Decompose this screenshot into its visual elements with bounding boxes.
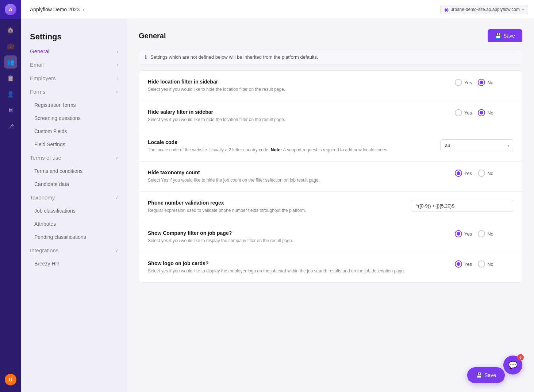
settings-card: Hide location filter in sidebar Select y… xyxy=(139,70,522,283)
sidebar-item-job-classifications[interactable]: Job classifications xyxy=(21,204,127,217)
radio-label-taxonomy-no: No xyxy=(487,171,493,176)
nav-branch[interactable]: ⎇ xyxy=(4,120,17,133)
radio-label-salary-no: No xyxy=(487,110,493,116)
page-title-area: Settings xyxy=(21,26,127,44)
setting-row-hide-location: Hide location filter in sidebar Select y… xyxy=(139,71,522,101)
setting-right-show-logo: Yes No xyxy=(455,260,513,268)
sidebar-forms-label: Forms xyxy=(30,89,46,95)
sidebar-item-terms-of-use[interactable]: Terms of use ∨ xyxy=(21,151,127,164)
setting-row-show-logo: Show logo on job cards? Select yes if yo… xyxy=(139,252,522,282)
radio-group-show-logo: Yes No xyxy=(455,260,493,268)
sidebar-item-general[interactable]: General › xyxy=(21,44,127,58)
main-content: General 💾 Save ℹ Settings which are not … xyxy=(127,19,534,392)
radio-circle-company-no xyxy=(478,230,485,237)
sidebar-item-employers[interactable]: Employers › xyxy=(21,71,127,85)
page-title: Settings xyxy=(30,32,118,42)
setting-row-locale: Locale code The locale code of the websi… xyxy=(139,131,522,162)
radio-taxonomy-no[interactable]: No xyxy=(478,170,493,177)
setting-right-locale: au en us uk ▾ xyxy=(440,139,513,151)
sidebar-item-candidate-data[interactable]: Candidate data xyxy=(21,178,127,191)
setting-desc-locale: The locale code of the website. Usually … xyxy=(148,147,426,153)
setting-desc-hide-location: Select yes if you would like to hide the… xyxy=(148,86,440,93)
site-badge[interactable]: ◉ urbane-demo-site.ap.applyflow.com ▾ xyxy=(440,5,528,14)
sidebar-terms-chevron: ∨ xyxy=(115,155,118,160)
avatar[interactable]: U xyxy=(5,374,16,385)
nav-monitor[interactable]: 🖥 xyxy=(4,104,17,117)
radio-circle-yes xyxy=(455,79,462,86)
sidebar-item-attributes[interactable]: Attributes xyxy=(21,217,127,230)
sidebar-item-breezy-hr[interactable]: Breezy HR xyxy=(21,257,127,270)
setting-desc-company-filter: Select yes if you would like to display … xyxy=(148,237,440,244)
layout: Settings General › Email › Employers › F… xyxy=(21,19,534,392)
sidebar-terms-label: Terms of use xyxy=(30,155,61,161)
radio-group-taxonomy-count: Yes No xyxy=(455,170,493,177)
setting-row-phone-regex: Phone number validation regex Regular ex… xyxy=(139,192,522,222)
phone-regex-input[interactable] xyxy=(411,200,513,212)
radio-company-yes[interactable]: Yes xyxy=(455,230,472,237)
sidebar-item-terms-and-conditions[interactable]: Terms and conditions xyxy=(21,164,127,178)
setting-left-hide-salary: Hide salary filter in sidebar Select yes… xyxy=(148,109,455,123)
topbar-right: ◉ urbane-demo-site.ap.applyflow.com ▾ xyxy=(440,5,528,14)
radio-label-logo-yes: Yes xyxy=(464,261,472,267)
save-button-bottom[interactable]: 💾 Save xyxy=(467,367,505,383)
nav-calendar[interactable]: 📋 xyxy=(4,71,17,85)
sidebar-item-custom-fields[interactable]: Custom Fields xyxy=(21,125,127,138)
nav-home[interactable]: 🏠 xyxy=(4,23,17,36)
section-header-row: General 💾 Save xyxy=(139,29,522,42)
sidebar-item-taxonomy[interactable]: Taxonomy ∨ xyxy=(21,191,127,204)
setting-row-hide-salary: Hide salary filter in sidebar Select yes… xyxy=(139,101,522,131)
sidebar-item-pending-classifications[interactable]: Pending classifications xyxy=(21,230,127,244)
sidebar-general-label: General xyxy=(30,48,49,54)
sidebar-taxonomy-chevron: ∨ xyxy=(115,195,118,200)
sidebar-integrations-chevron: ∨ xyxy=(115,248,118,253)
radio-company-no[interactable]: No xyxy=(478,230,493,237)
app-title[interactable]: Applyflow Demo 2023 xyxy=(30,7,80,12)
sidebar-item-email[interactable]: Email › xyxy=(21,58,127,71)
radio-label-salary-yes: Yes xyxy=(464,110,472,116)
sidebar-employers-chevron: › xyxy=(117,76,118,81)
save-button-top[interactable]: 💾 Save xyxy=(488,29,522,42)
radio-circle-no xyxy=(478,79,485,86)
radio-label-no: No xyxy=(487,80,493,85)
setting-label-taxonomy-count: Hide taxonomy count xyxy=(148,170,440,175)
section-title: General xyxy=(139,32,166,40)
nav-users[interactable]: 👥 xyxy=(4,55,17,69)
save-icon-top: 💾 xyxy=(495,33,501,39)
sidebar-item-field-settings[interactable]: Field Settings xyxy=(21,138,127,151)
chat-button[interactable]: 💬 6 xyxy=(503,356,522,374)
logo: A xyxy=(0,0,21,19)
site-label: urbane-demo-site.ap.applyflow.com xyxy=(451,7,520,12)
radio-label-yes: Yes xyxy=(464,80,472,85)
info-text: Settings which are not defined below wil… xyxy=(150,54,318,60)
sidebar-item-registration-forms[interactable]: Registration forms xyxy=(21,98,127,112)
sidebar-taxonomy-label: Taxonomy xyxy=(30,194,55,201)
chat-icon: 💬 xyxy=(508,361,518,369)
setting-right-hide-salary: Yes No xyxy=(455,109,513,116)
topbar: Applyflow Demo 2023 ▾ ◉ urbane-demo-site… xyxy=(0,0,534,19)
locale-select[interactable]: au en us uk xyxy=(440,139,513,151)
sidebar-email-chevron: › xyxy=(117,62,118,67)
logo-icon: A xyxy=(5,4,16,15)
nav-briefcase[interactable]: 💼 xyxy=(4,39,17,53)
radio-hide-salary-yes[interactable]: Yes xyxy=(455,109,472,116)
radio-label-taxonomy-yes: Yes xyxy=(464,171,472,176)
radio-taxonomy-yes[interactable]: Yes xyxy=(455,170,472,177)
setting-left-locale: Locale code The locale code of the websi… xyxy=(148,139,440,153)
radio-circle-salary-yes xyxy=(455,109,462,116)
setting-row-company-filter: Show Company filter on job page? Select … xyxy=(139,222,522,252)
radio-hide-salary-no[interactable]: No xyxy=(478,109,493,116)
setting-left-show-logo: Show logo on job cards? Select yes if yo… xyxy=(148,260,455,274)
sidebar-item-integrations[interactable]: Integrations ∨ xyxy=(21,244,127,257)
setting-desc-hide-salary: Select yes if you would like to hide the… xyxy=(148,116,440,123)
sidebar-item-forms[interactable]: Forms ∨ xyxy=(21,85,127,98)
radio-circle-salary-no xyxy=(478,109,485,116)
radio-logo-yes[interactable]: Yes xyxy=(455,260,472,268)
radio-circle-company-yes xyxy=(455,230,462,237)
nav-group[interactable]: 👤 xyxy=(4,88,17,101)
setting-left-company-filter: Show Company filter on job page? Select … xyxy=(148,230,455,244)
sidebar-item-screening-questions[interactable]: Screening questions xyxy=(21,112,127,125)
radio-hide-location-yes[interactable]: Yes xyxy=(455,79,472,86)
radio-group-hide-salary: Yes No xyxy=(455,109,493,116)
radio-logo-no[interactable]: No xyxy=(478,260,493,268)
radio-hide-location-no[interactable]: No xyxy=(478,79,493,86)
